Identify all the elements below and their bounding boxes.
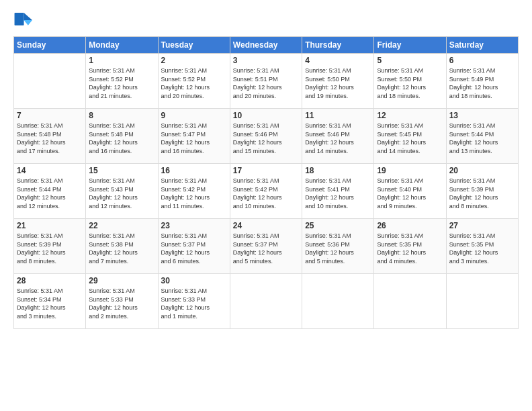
- cell-info: Sunrise: 5:31 AMSunset: 5:50 PMDaylight:…: [377, 66, 443, 100]
- calendar-cell: 16Sunrise: 5:31 AMSunset: 5:42 PMDayligh…: [158, 164, 230, 219]
- day-number: 15: [89, 166, 154, 175]
- cell-info: Sunrise: 5:31 AMSunset: 5:46 PMDaylight:…: [305, 122, 371, 155]
- calendar-cell: 9Sunrise: 5:31 AMSunset: 5:47 PMDaylight…: [158, 109, 230, 164]
- calendar-cell: 4Sunrise: 5:31 AMSunset: 5:50 PMDaylight…: [302, 54, 374, 109]
- day-number: 8: [89, 111, 154, 120]
- cell-info: Sunrise: 5:31 AMSunset: 5:41 PMDaylight:…: [305, 177, 371, 210]
- calendar-cell: 6Sunrise: 5:31 AMSunset: 5:49 PMDaylight…: [446, 54, 518, 109]
- cell-info: Sunrise: 5:31 AMSunset: 5:44 PMDaylight:…: [449, 122, 515, 155]
- day-number: 22: [89, 221, 154, 230]
- calendar-header-wednesday: Wednesday: [230, 37, 302, 54]
- day-number: 26: [377, 221, 443, 230]
- calendar-header-monday: Monday: [86, 37, 158, 54]
- calendar-cell: 15Sunrise: 5:31 AMSunset: 5:43 PMDayligh…: [86, 164, 158, 219]
- day-number: 27: [449, 221, 515, 230]
- calendar: SundayMondayTuesdayWednesdayThursdayFrid…: [13, 36, 519, 329]
- week-row-3: 21Sunrise: 5:31 AMSunset: 5:39 PMDayligh…: [14, 219, 519, 274]
- calendar-cell: [374, 274, 446, 329]
- day-number: 11: [305, 111, 371, 120]
- calendar-cell: 17Sunrise: 5:31 AMSunset: 5:42 PMDayligh…: [230, 164, 302, 219]
- cell-info: Sunrise: 5:31 AMSunset: 5:48 PMDaylight:…: [17, 122, 83, 155]
- day-number: 20: [449, 166, 515, 175]
- calendar-cell: [14, 54, 86, 109]
- cell-info: Sunrise: 5:31 AMSunset: 5:38 PMDaylight:…: [89, 232, 154, 265]
- day-number: 28: [17, 276, 83, 285]
- cell-info: Sunrise: 5:31 AMSunset: 5:37 PMDaylight:…: [161, 232, 227, 265]
- cell-info: Sunrise: 5:31 AMSunset: 5:33 PMDaylight:…: [161, 287, 227, 320]
- day-number: 23: [161, 221, 227, 230]
- page: SundayMondayTuesdayWednesdayThursdayFrid…: [0, 0, 532, 411]
- calendar-header-saturday: Saturday: [446, 37, 518, 54]
- calendar-header-thursday: Thursday: [302, 37, 374, 54]
- calendar-cell: 27Sunrise: 5:31 AMSunset: 5:35 PMDayligh…: [446, 219, 518, 274]
- calendar-cell: 5Sunrise: 5:31 AMSunset: 5:50 PMDaylight…: [374, 54, 446, 109]
- calendar-header-row: SundayMondayTuesdayWednesdayThursdayFrid…: [14, 37, 519, 54]
- day-number: 19: [377, 166, 443, 175]
- calendar-cell: 30Sunrise: 5:31 AMSunset: 5:33 PMDayligh…: [158, 274, 230, 329]
- cell-info: Sunrise: 5:31 AMSunset: 5:46 PMDaylight:…: [233, 122, 299, 155]
- header: [13, 11, 519, 30]
- day-number: 24: [233, 221, 299, 230]
- week-row-1: 7Sunrise: 5:31 AMSunset: 5:48 PMDaylight…: [14, 109, 519, 164]
- week-row-4: 28Sunrise: 5:31 AMSunset: 5:34 PMDayligh…: [14, 274, 519, 329]
- calendar-cell: 13Sunrise: 5:31 AMSunset: 5:44 PMDayligh…: [446, 109, 518, 164]
- calendar-cell: [446, 274, 518, 329]
- cell-info: Sunrise: 5:31 AMSunset: 5:51 PMDaylight:…: [233, 66, 299, 100]
- svg-marker-1: [24, 20, 32, 26]
- cell-info: Sunrise: 5:31 AMSunset: 5:37 PMDaylight:…: [233, 232, 299, 265]
- calendar-cell: 8Sunrise: 5:31 AMSunset: 5:48 PMDaylight…: [86, 109, 158, 164]
- cell-info: Sunrise: 5:31 AMSunset: 5:42 PMDaylight:…: [233, 177, 299, 210]
- cell-info: Sunrise: 5:31 AMSunset: 5:48 PMDaylight:…: [89, 122, 154, 155]
- calendar-cell: 25Sunrise: 5:31 AMSunset: 5:36 PMDayligh…: [302, 219, 374, 274]
- cell-info: Sunrise: 5:31 AMSunset: 5:43 PMDaylight:…: [89, 177, 154, 210]
- calendar-cell: 21Sunrise: 5:31 AMSunset: 5:39 PMDayligh…: [14, 219, 86, 274]
- calendar-cell: [302, 274, 374, 329]
- day-number: 29: [89, 276, 154, 285]
- day-number: 4: [305, 56, 371, 65]
- calendar-header-tuesday: Tuesday: [158, 37, 230, 54]
- cell-info: Sunrise: 5:31 AMSunset: 5:42 PMDaylight:…: [161, 177, 227, 210]
- calendar-cell: [230, 274, 302, 329]
- cell-info: Sunrise: 5:31 AMSunset: 5:39 PMDaylight:…: [449, 177, 515, 210]
- day-number: 30: [161, 276, 227, 285]
- calendar-header-friday: Friday: [374, 37, 446, 54]
- day-number: 14: [17, 166, 83, 175]
- calendar-header-sunday: Sunday: [14, 37, 86, 54]
- cell-info: Sunrise: 5:31 AMSunset: 5:52 PMDaylight:…: [161, 66, 227, 100]
- cell-info: Sunrise: 5:31 AMSunset: 5:35 PMDaylight:…: [449, 232, 515, 265]
- cell-info: Sunrise: 5:31 AMSunset: 5:45 PMDaylight:…: [377, 122, 443, 155]
- cell-info: Sunrise: 5:31 AMSunset: 5:49 PMDaylight:…: [449, 66, 515, 100]
- cell-info: Sunrise: 5:31 AMSunset: 5:36 PMDaylight:…: [305, 232, 371, 265]
- cell-info: Sunrise: 5:31 AMSunset: 5:50 PMDaylight:…: [305, 66, 371, 100]
- cell-info: Sunrise: 5:31 AMSunset: 5:40 PMDaylight:…: [377, 177, 443, 210]
- calendar-cell: 20Sunrise: 5:31 AMSunset: 5:39 PMDayligh…: [446, 164, 518, 219]
- cell-info: Sunrise: 5:31 AMSunset: 5:34 PMDaylight:…: [17, 287, 83, 320]
- svg-marker-0: [24, 13, 32, 20]
- calendar-cell: 28Sunrise: 5:31 AMSunset: 5:34 PMDayligh…: [14, 274, 86, 329]
- day-number: 5: [377, 56, 443, 65]
- day-number: 9: [161, 111, 227, 120]
- day-number: 21: [17, 221, 83, 230]
- calendar-cell: 19Sunrise: 5:31 AMSunset: 5:40 PMDayligh…: [374, 164, 446, 219]
- day-number: 16: [161, 166, 227, 175]
- cell-info: Sunrise: 5:31 AMSunset: 5:35 PMDaylight:…: [377, 232, 443, 265]
- calendar-cell: 7Sunrise: 5:31 AMSunset: 5:48 PMDaylight…: [14, 109, 86, 164]
- svg-rect-2: [15, 13, 24, 26]
- logo-icon: [13, 11, 32, 30]
- calendar-cell: 24Sunrise: 5:31 AMSunset: 5:37 PMDayligh…: [230, 219, 302, 274]
- logo: [13, 11, 35, 30]
- day-number: 6: [449, 56, 515, 65]
- week-row-0: 1Sunrise: 5:31 AMSunset: 5:52 PMDaylight…: [14, 54, 519, 109]
- cell-info: Sunrise: 5:31 AMSunset: 5:44 PMDaylight:…: [17, 177, 83, 210]
- calendar-cell: 23Sunrise: 5:31 AMSunset: 5:37 PMDayligh…: [158, 219, 230, 274]
- day-number: 3: [233, 56, 299, 65]
- day-number: 10: [233, 111, 299, 120]
- week-row-2: 14Sunrise: 5:31 AMSunset: 5:44 PMDayligh…: [14, 164, 519, 219]
- day-number: 7: [17, 111, 83, 120]
- day-number: 12: [377, 111, 443, 120]
- cell-info: Sunrise: 5:31 AMSunset: 5:33 PMDaylight:…: [89, 287, 154, 320]
- day-number: 1: [89, 56, 154, 65]
- calendar-cell: 18Sunrise: 5:31 AMSunset: 5:41 PMDayligh…: [302, 164, 374, 219]
- cell-info: Sunrise: 5:31 AMSunset: 5:52 PMDaylight:…: [89, 66, 154, 100]
- calendar-cell: 12Sunrise: 5:31 AMSunset: 5:45 PMDayligh…: [374, 109, 446, 164]
